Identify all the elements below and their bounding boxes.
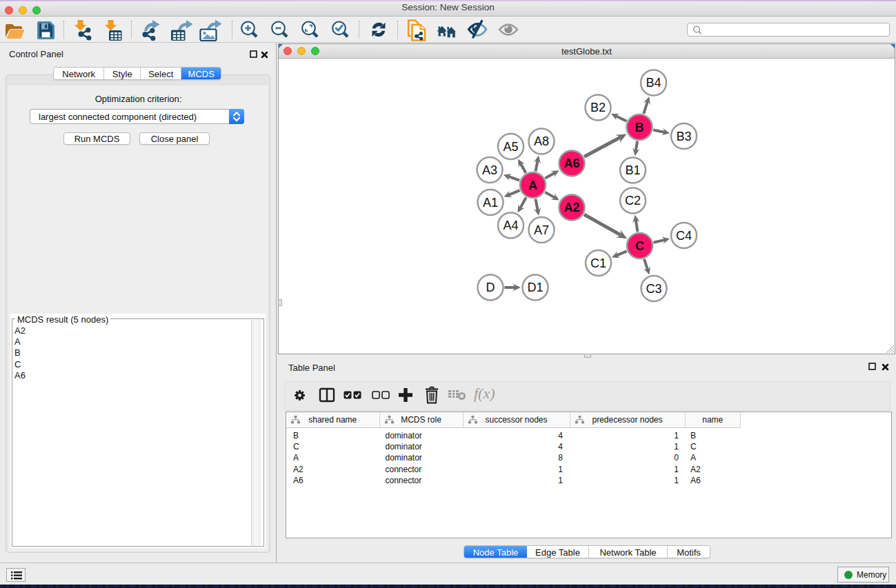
svg-text:A5: A5 <box>503 140 518 154</box>
svg-text:A7: A7 <box>534 223 549 237</box>
svg-text:A4: A4 <box>503 219 518 232</box>
svg-text:C1: C1 <box>590 256 606 270</box>
svg-text:A6: A6 <box>564 156 579 170</box>
svg-text:A8: A8 <box>534 134 549 148</box>
svg-text:D1: D1 <box>527 281 543 294</box>
svg-text:B2: B2 <box>590 101 606 114</box>
svg-text:A1: A1 <box>483 196 498 210</box>
svg-text:B: B <box>635 121 644 134</box>
svg-text:C4: C4 <box>676 229 692 243</box>
svg-text:C3: C3 <box>646 282 661 296</box>
svg-text:B1: B1 <box>625 163 640 177</box>
svg-text:A3: A3 <box>482 163 497 177</box>
svg-text:A: A <box>528 179 537 192</box>
svg-text:C: C <box>635 239 644 253</box>
svg-text:D: D <box>486 281 495 294</box>
svg-text:C2: C2 <box>625 194 641 207</box>
svg-text:A2: A2 <box>564 201 579 214</box>
svg-text:B4: B4 <box>646 76 661 90</box>
svg-text:B3: B3 <box>676 130 691 143</box>
